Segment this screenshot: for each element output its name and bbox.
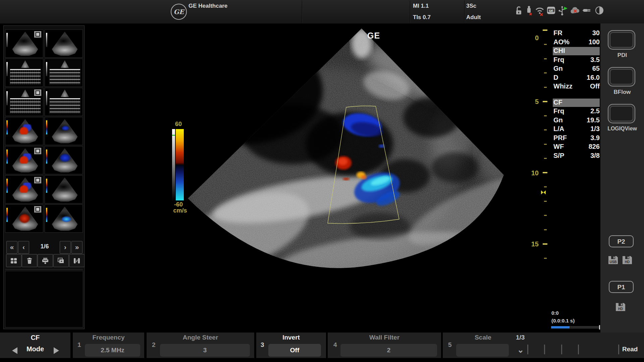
depth-tick xyxy=(544,58,547,59)
divider xyxy=(561,345,562,354)
page-indicator: 1/6 xyxy=(36,243,53,250)
divider xyxy=(544,345,545,354)
param-row-d: D16.0 xyxy=(553,74,600,82)
mi-value: MI 1.1 xyxy=(413,3,429,9)
param-value: 19.5 xyxy=(587,116,600,124)
slideshow-icon xyxy=(57,257,65,264)
clipboard-empty-area xyxy=(5,271,83,327)
next-page-button[interactable]: › xyxy=(60,241,71,254)
thumbnail[interactable] xyxy=(45,146,83,174)
param-value: 30 xyxy=(592,29,600,37)
softkey-number: 3 xyxy=(261,341,264,349)
sector-mini-image xyxy=(49,31,81,56)
last-page-button[interactable]: » xyxy=(71,241,83,254)
mode-next-arrow[interactable] xyxy=(54,347,59,354)
doppler-flow-blob xyxy=(19,183,32,193)
softkey-title: Frequency xyxy=(73,334,144,341)
softkey-value[interactable]: 3 xyxy=(160,344,250,357)
softkey-number: 5 xyxy=(448,341,452,349)
softkey-value[interactable]: Off xyxy=(268,344,321,357)
save-usb-icon[interactable]: USB xyxy=(607,254,619,266)
clipboard-panel: « ‹ 1/6 › » xyxy=(3,25,85,329)
echo-sector-image xyxy=(85,23,532,329)
print-icon xyxy=(42,257,49,264)
print-button[interactable] xyxy=(38,254,53,267)
cine-film-icon xyxy=(34,148,41,154)
ultrasound-image xyxy=(85,23,532,329)
save-hd2-icon[interactable]: HD xyxy=(614,301,627,313)
gray-map-marker xyxy=(172,135,175,136)
cine-progress-fill xyxy=(551,326,570,328)
softkey-number: 2 xyxy=(152,341,156,349)
preset-name: Adult xyxy=(466,14,481,21)
depth-tick xyxy=(544,87,547,88)
thumbnail[interactable] xyxy=(45,117,83,145)
ti-value: TIs 0.7 xyxy=(413,14,431,21)
gray-map-mini-bar xyxy=(6,62,8,76)
thumbnail[interactable] xyxy=(45,204,83,233)
pdi-label: PDI xyxy=(600,52,644,59)
param-label: Whizz xyxy=(553,82,573,90)
chevron-down-icon[interactable]: ⌄ xyxy=(517,345,524,355)
bflow-button[interactable] xyxy=(608,67,635,86)
mmode-mini-image xyxy=(49,60,81,85)
depth-label-5: 5 xyxy=(529,98,539,106)
thumbnail[interactable] xyxy=(5,29,43,58)
softkey-value[interactable]: 2 xyxy=(340,344,437,357)
p1-button[interactable]: P1 xyxy=(609,281,634,293)
grid-view-button[interactable] xyxy=(6,254,21,267)
p2-button[interactable]: P2 xyxy=(609,235,634,247)
doppler-flow-blob xyxy=(61,216,71,222)
depth-tick xyxy=(544,115,547,116)
param-row-fr: FR30 xyxy=(553,29,600,38)
thumbnail[interactable] xyxy=(5,146,43,174)
transfer-button[interactable] xyxy=(69,254,85,267)
divider xyxy=(578,345,579,354)
param-row-cf: CF xyxy=(553,99,600,107)
velocity-scale-unit: cm/s xyxy=(170,207,191,214)
transfer-icon xyxy=(73,257,80,264)
softkey-value[interactable]: 2.5 MHz xyxy=(85,344,140,357)
thumbnail-grid xyxy=(5,29,83,233)
depth-tick xyxy=(543,243,547,245)
param-value: 3.9 xyxy=(590,134,600,142)
softkey-value[interactable] xyxy=(456,344,509,357)
gray-map-mini-bar xyxy=(6,33,8,47)
read-mode-indicator: Read xyxy=(622,346,638,353)
save-hd-icon[interactable]: HD xyxy=(621,254,633,266)
prev-page-button[interactable]: ‹ xyxy=(18,241,29,254)
cine-film-icon xyxy=(34,206,41,213)
thumbnail[interactable] xyxy=(5,117,43,145)
thumbnail[interactable] xyxy=(5,88,43,116)
softkey-title: Angle Steer xyxy=(147,334,254,341)
logiqview-button[interactable] xyxy=(608,104,635,123)
softkey-frequency: Frequency 1 2.5 MHz xyxy=(73,333,144,358)
param-label: CHI xyxy=(553,47,565,55)
thumbnail[interactable] xyxy=(45,175,83,203)
softkey-number: 1 xyxy=(77,341,81,349)
softkey-wall-filter: Wall Filter 4 2 xyxy=(328,333,441,358)
param-label: D xyxy=(553,74,558,81)
thumbnail[interactable] xyxy=(5,204,43,233)
thumbnail[interactable] xyxy=(5,59,43,87)
thumbnail[interactable] xyxy=(45,29,83,58)
softkey-scale: Scale 5 xyxy=(443,333,644,358)
thumbnail[interactable] xyxy=(5,175,43,203)
slideshow-button[interactable] xyxy=(53,254,69,267)
param-row-sp: S/P3/8 xyxy=(553,152,600,160)
depth-tick xyxy=(544,144,547,145)
doppler-flow-blob xyxy=(59,154,71,162)
pdi-button[interactable] xyxy=(608,30,635,50)
delete-button[interactable] xyxy=(22,254,37,267)
probe-name: 3Sc xyxy=(466,3,476,9)
param-row-whizz: WhizzOff xyxy=(553,82,600,91)
color-map-mini-bar xyxy=(46,208,47,222)
thumbnail[interactable] xyxy=(45,59,83,87)
param-label: L/A xyxy=(553,125,564,133)
thumbnail[interactable] xyxy=(45,88,83,116)
doppler-flow-blob xyxy=(19,154,32,164)
first-page-button[interactable]: « xyxy=(6,241,17,254)
mode-prev-arrow[interactable] xyxy=(12,347,17,354)
depth-tick xyxy=(544,129,547,130)
depth-tick xyxy=(543,29,547,31)
